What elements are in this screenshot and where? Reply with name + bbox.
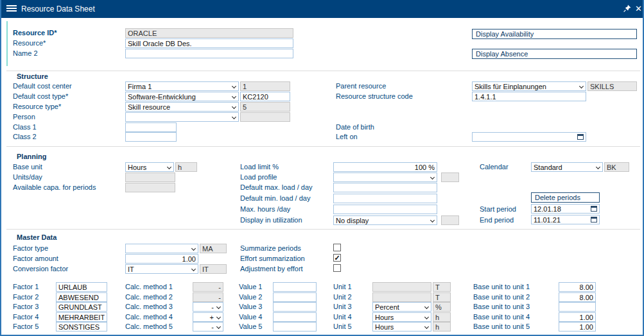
base-unit-select[interactable]: Hours — [125, 162, 174, 172]
display-in-utilization-label: Display in utilization — [240, 216, 302, 224]
date-of-birth-label: Date of birth — [336, 123, 374, 131]
factor-3-field[interactable] — [56, 302, 107, 312]
chevron-down-icon — [596, 165, 600, 169]
name2-field[interactable] — [125, 49, 293, 58]
calendar-select[interactable]: Standard — [531, 162, 603, 172]
factor-type-select[interactable] — [125, 244, 198, 253]
default-cost-type-label: Default cost type* — [13, 92, 68, 101]
window-title: Resource Data Sheet — [21, 4, 95, 13]
value-4-field[interactable] — [273, 312, 317, 322]
default-min-load-field[interactable] — [333, 194, 437, 203]
unit-3-select[interactable]: Percent — [372, 302, 431, 312]
calendar-code — [604, 162, 629, 172]
delete-periods-button[interactable]: Delete periods — [531, 192, 600, 203]
value-2-field[interactable] — [273, 292, 317, 302]
unit-3-code — [433, 302, 451, 312]
titlebar: Resource Data Sheet ✕ — [1, 0, 643, 18]
default-cost-center-code — [240, 81, 290, 91]
conversion-factor-select[interactable]: IT — [125, 264, 198, 274]
unit-4-select[interactable]: Hours — [372, 312, 431, 322]
class2-field[interactable] — [125, 132, 177, 142]
default-cost-type-select[interactable]: Software-Entwicklung — [125, 92, 239, 101]
display-in-utilization-select[interactable]: No display — [333, 215, 437, 225]
left-on-field[interactable] — [472, 132, 586, 142]
default-cost-type-code[interactable] — [240, 92, 290, 101]
resource-type-code — [240, 102, 290, 112]
factor-1-label: Factor 1 — [13, 283, 39, 291]
load-profile-select[interactable] — [333, 172, 437, 182]
factor-1-field[interactable] — [56, 282, 107, 292]
adjustment-by-effort-checkbox[interactable] — [333, 264, 341, 272]
person-select[interactable] — [125, 112, 239, 122]
factor-4-field[interactable] — [56, 312, 107, 322]
value-3-field[interactable] — [273, 302, 317, 312]
class1-label: Class 1 — [13, 123, 37, 131]
chevron-down-icon — [216, 315, 221, 319]
factor-2-label: Factor 2 — [13, 293, 39, 301]
parent-resource-label: Parent resource — [336, 82, 386, 90]
chevron-down-icon — [216, 305, 221, 309]
base-unit-to-unit-5-label: Base unit to unit 5 — [473, 323, 530, 331]
factor-4-label: Factor 4 — [13, 313, 39, 321]
value-4-label: Value 4 — [239, 313, 263, 321]
end-period-label: End period — [480, 216, 514, 224]
factor-5-field[interactable] — [56, 322, 107, 332]
resource-type-select[interactable]: Skill resource — [125, 102, 239, 112]
calc-method-3-select[interactable]: - — [193, 302, 223, 312]
start-period-field[interactable]: 12.01.18 — [531, 204, 600, 214]
unit-1-field — [372, 282, 431, 292]
person-code — [240, 112, 290, 122]
value-5-field[interactable] — [273, 322, 317, 332]
value-1-field[interactable] — [273, 282, 317, 292]
master-data-section-title: Master Data — [17, 233, 57, 241]
load-profile-code — [441, 172, 459, 182]
parent-resource-select[interactable]: Skills für Einplanungen — [472, 81, 586, 91]
left-on-label: Left on — [336, 133, 358, 141]
section-divider — [6, 71, 640, 71]
base-unit-to-unit-4-label: Base unit to unit 4 — [473, 313, 530, 321]
base-unit-to-unit-5-field[interactable] — [559, 322, 596, 332]
chevron-down-icon — [430, 218, 435, 223]
display-in-utilization-code — [441, 215, 459, 225]
class1-field[interactable] — [125, 122, 177, 132]
base-unit-to-unit-3-field[interactable] — [559, 302, 596, 312]
load-limit-field[interactable] — [333, 162, 437, 172]
display-availability-button[interactable]: Display Availability — [472, 29, 637, 39]
base-unit-to-unit-1-field[interactable] — [559, 282, 596, 292]
max-hours-day-field[interactable] — [333, 205, 437, 214]
chevron-down-icon — [232, 115, 236, 119]
calendar-icon[interactable] — [591, 206, 597, 212]
default-max-load-field[interactable] — [333, 183, 437, 192]
start-period-label: Start period — [480, 205, 516, 214]
resource-id-field — [125, 28, 293, 38]
chevron-down-icon — [579, 84, 584, 88]
base-unit-to-unit-2-field[interactable] — [559, 292, 596, 302]
display-absence-button[interactable]: Display Absence — [472, 49, 637, 59]
calendar-icon[interactable] — [591, 217, 597, 223]
base-unit-to-unit-4-field[interactable] — [559, 312, 596, 322]
resource-field[interactable] — [125, 38, 293, 48]
calc-method-4-select[interactable]: + — [193, 312, 223, 322]
focus-accent-bar — [6, 21, 8, 66]
section-divider — [6, 229, 640, 230]
end-period-field[interactable]: 11.01.21 — [531, 215, 600, 224]
pin-icon[interactable] — [623, 4, 631, 15]
factor-amount-field[interactable] — [125, 254, 198, 264]
chevron-down-icon — [424, 315, 429, 319]
unit-5-select[interactable]: Hours — [372, 322, 431, 332]
resource-type-label: Resource type* — [13, 103, 61, 111]
load-limit-label: Load limit % — [240, 163, 279, 171]
unit-5-code — [433, 322, 451, 332]
available-capa-field — [125, 183, 175, 192]
close-icon[interactable]: ✕ — [635, 4, 642, 14]
default-min-load-label: Default min. load / day — [240, 194, 310, 203]
calendar-icon[interactable] — [577, 134, 584, 140]
summarize-periods-checkbox[interactable] — [333, 244, 341, 251]
factor-2-field[interactable] — [56, 292, 107, 302]
calc-method-3-label: Calc. method 3 — [125, 303, 173, 311]
resource-structure-code-field[interactable] — [472, 92, 586, 101]
hamburger-menu-icon[interactable] — [6, 5, 17, 13]
calc-method-5-select[interactable]: - — [193, 322, 223, 332]
default-cost-center-select[interactable]: Firma 1 — [125, 81, 239, 91]
effort-summarization-checkbox[interactable] — [333, 254, 341, 262]
